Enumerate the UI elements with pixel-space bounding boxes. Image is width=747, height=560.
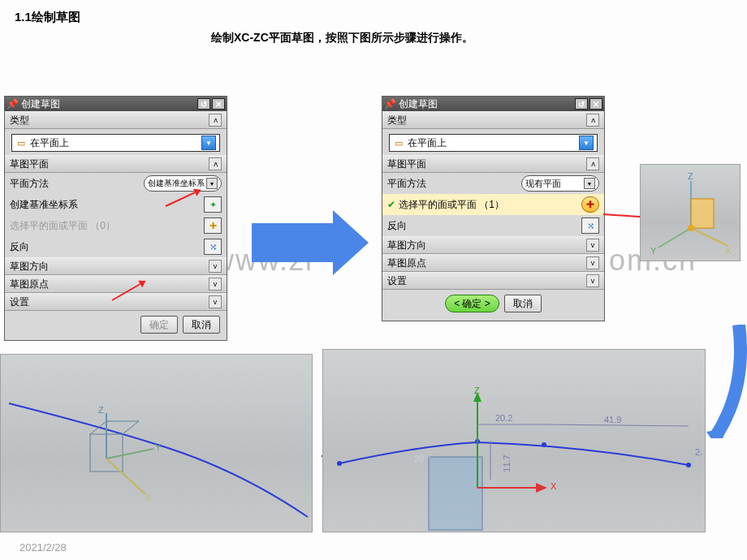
group-settings-label: 设置 — [10, 295, 29, 309]
select-face-row[interactable]: ✔ 选择平的面或平面 （1） ✚ — [382, 194, 604, 215]
close-button[interactable]: ✕ — [589, 98, 602, 110]
pin-icon[interactable]: 📌 — [6, 98, 18, 110]
plane-icon: ▭ — [15, 137, 27, 149]
group-settings-header[interactable]: 设置 v — [382, 272, 604, 290]
section-number: 1.1 — [15, 10, 32, 24]
expand-icon[interactable]: v — [209, 295, 222, 308]
reverse-label: 反向 — [10, 240, 29, 254]
sketch-viewport-dimensioned[interactable]: 20.2 41.9 2. 11.7 20 Z X — [322, 349, 706, 532]
group-settings-header[interactable]: 设置 v — [5, 293, 227, 311]
select-face-button[interactable]: ✚ — [581, 196, 599, 213]
group-type-label: 类型 — [10, 114, 29, 127]
dim-20-2: 20.2 — [495, 413, 512, 423]
check-icon: ✔ — [387, 199, 395, 210]
csys-viewport[interactable]: Z Y X — [640, 164, 741, 261]
group-sketch-dir-label: 草图方向 — [387, 239, 426, 252]
expand-icon[interactable]: v — [209, 278, 222, 291]
create-csys-label: 创建基准坐标系 — [10, 198, 78, 212]
reverse-button[interactable]: ⤭ — [204, 239, 222, 255]
svg-rect-10 — [429, 457, 482, 530]
collapse-icon[interactable]: ʌ — [209, 114, 222, 127]
dialog-titlebar[interactable]: 📌 创建草图 ↺ ✕ — [5, 97, 227, 111]
svg-line-21 — [123, 421, 139, 434]
plane-method-value: 现有平面 — [525, 178, 561, 190]
section-heading: 1.1绘制草图 — [15, 10, 80, 25]
collapse-icon[interactable]: ʌ — [586, 157, 599, 170]
svg-marker-14 — [536, 483, 547, 493]
plane-method-dropdown[interactable]: 现有平面 ▼ — [521, 175, 599, 192]
group-type-header[interactable]: 类型 ʌ — [382, 111, 604, 129]
type-value: 在平面上 — [408, 136, 447, 150]
csys-action-button[interactable]: ✦ — [204, 196, 222, 213]
axis-x-label: X — [551, 481, 556, 491]
expand-icon[interactable]: v — [586, 274, 599, 287]
plane-method-dropdown[interactable]: 创建基准坐标系 ▼ — [144, 175, 222, 192]
group-type-label: 类型 — [387, 114, 407, 127]
reverse-row: 反向 ⤭ — [5, 236, 227, 257]
collapse-icon[interactable]: ʌ — [586, 114, 599, 127]
cancel-button[interactable]: 取消 — [504, 295, 542, 312]
chevron-down-icon[interactable]: ▼ — [584, 178, 595, 189]
ok-button[interactable]: 确定 — [140, 316, 178, 334]
reverse-button[interactable]: ⤭ — [581, 218, 599, 234]
dialog-title: 创建草图 — [399, 97, 573, 111]
group-sketch-plane-header[interactable]: 草图平面 ʌ — [5, 155, 227, 173]
axis-z-label: Z — [98, 405, 104, 415]
plane-method-label: 平面方法 — [387, 177, 426, 191]
pin-icon[interactable]: 📌 — [384, 98, 395, 110]
group-sketch-plane-header[interactable]: 草图平面 ʌ — [382, 155, 604, 173]
group-sketch-origin-label: 草图原点 — [10, 278, 49, 291]
chevron-down-icon[interactable]: ▼ — [201, 136, 216, 150]
expand-icon[interactable]: v — [586, 256, 599, 269]
group-sketch-plane-label: 草图平面 — [387, 157, 426, 171]
dim-41-9: 41.9 — [604, 415, 621, 424]
reverse-row: 反向 ⤭ — [382, 215, 604, 236]
close-button[interactable]: ✕ — [212, 98, 225, 110]
expand-icon[interactable]: v — [586, 239, 599, 252]
group-sketch-plane-label: 草图平面 — [10, 157, 49, 171]
flow-arrow-curve — [706, 325, 747, 438]
svg-point-8 — [542, 442, 546, 447]
group-sketch-dir-header[interactable]: 草图方向 v — [382, 236, 604, 254]
svg-line-2 — [658, 228, 691, 248]
plane-method-label: 平面方法 — [10, 177, 49, 191]
svg-line-1 — [691, 228, 728, 246]
date-stamp: 2021/2/28 — [19, 541, 67, 554]
expand-icon[interactable]: v — [209, 260, 222, 273]
chevron-down-icon[interactable]: ▼ — [206, 178, 218, 189]
ok-button[interactable]: < 确定 > — [445, 295, 499, 312]
sketch-dimensioned-graphic — [323, 350, 706, 533]
reset-button[interactable]: ↺ — [575, 98, 588, 110]
select-face-label: 选择平的面或平面 （0） — [10, 219, 115, 233]
select-face-button[interactable]: ✚ — [204, 218, 222, 234]
cancel-button[interactable]: 取消 — [183, 316, 220, 334]
svg-rect-3 — [691, 199, 714, 228]
chevron-down-icon[interactable]: ▼ — [579, 136, 594, 150]
instruction-text: 绘制XC-ZC平面草图，按照下图所示步骤进行操作。 — [211, 31, 473, 45]
section-title: 绘制草图 — [32, 10, 80, 24]
reset-button[interactable]: ↺ — [197, 98, 210, 110]
axis-x-label: X — [145, 493, 151, 502]
svg-line-16 — [544, 424, 689, 426]
plane-method-row: 平面方法 现有平面 ▼ — [382, 173, 604, 194]
collapse-icon[interactable]: ʌ — [209, 157, 222, 170]
group-type-header[interactable]: 类型 ʌ — [5, 111, 227, 129]
group-sketch-dir-header[interactable]: 草图方向 v — [5, 257, 227, 275]
type-dropdown[interactable]: ▭ 在平面上 ▼ — [11, 134, 220, 152]
sketch-viewport-3d[interactable]: Z Y X — [0, 354, 313, 532]
type-dropdown[interactable]: ▭ 在平面上 ▼ — [389, 134, 598, 152]
create-sketch-dialog-right: 📌 创建草图 ↺ ✕ 类型 ʌ ▭ 在平面上 ▼ 草图平面 ʌ 平面方法 现有平… — [382, 96, 605, 321]
group-sketch-origin-header[interactable]: 草图原点 v — [382, 254, 604, 272]
axis-y-label: Y — [650, 246, 656, 256]
group-sketch-origin-header[interactable]: 草图原点 v — [5, 275, 227, 293]
dim-11-7: 11.7 — [502, 454, 512, 472]
svg-point-4 — [688, 225, 694, 231]
dim-2: 2. — [695, 447, 702, 457]
plane-method-row: 平面方法 创建基准坐标系 ▼ — [5, 173, 227, 194]
svg-point-6 — [337, 461, 342, 466]
dialog-titlebar[interactable]: 📌 创建草图 ↺ ✕ — [382, 97, 604, 111]
create-sketch-dialog-left: 📌 创建草图 ↺ ✕ 类型 ʌ ▭ 在平面上 ▼ 草图平面 ʌ 平面方法 创建基… — [4, 96, 227, 341]
dialog-title: 创建草图 — [21, 97, 196, 111]
svg-line-24 — [106, 449, 153, 459]
reverse-label: 反向 — [387, 219, 407, 233]
